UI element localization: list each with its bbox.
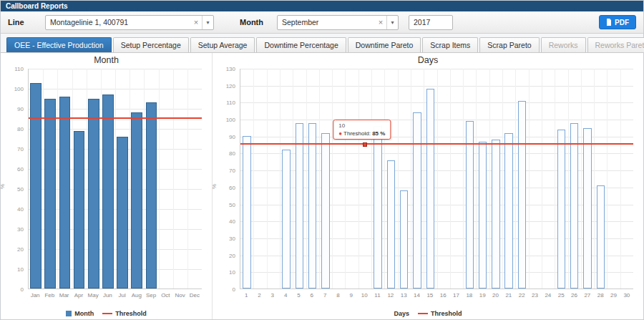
page-title: Callboard Reports — [6, 2, 68, 10]
gridline — [115, 69, 116, 289]
gridline — [411, 69, 411, 289]
gridline — [187, 69, 188, 289]
y-tick-label: 0 — [2, 286, 24, 293]
tab-setup-percentage[interactable]: Setup Percentage — [113, 37, 189, 52]
chevron-down-icon[interactable]: ▾ — [202, 16, 213, 29]
threshold-line-icon — [418, 313, 428, 314]
x-tick-label: Feb — [44, 292, 54, 299]
bar[interactable] — [131, 112, 142, 289]
tab-downtime-pareto[interactable]: Downtime Pareto — [348, 37, 421, 52]
y-tick-label: 20 — [214, 253, 235, 259]
bar[interactable] — [413, 112, 421, 289]
bar[interactable] — [321, 133, 329, 289]
gridline — [280, 69, 280, 289]
bar[interactable] — [146, 102, 157, 289]
bar[interactable] — [466, 121, 474, 289]
x-tick-label: 13 — [401, 292, 407, 299]
gridline — [502, 69, 503, 289]
gridline — [358, 69, 359, 289]
gridline — [306, 69, 307, 289]
tab-scrap-items[interactable]: Scrap Items — [422, 37, 478, 52]
x-tick-label: 26 — [571, 292, 577, 299]
gridline — [87, 69, 87, 289]
gridline — [620, 69, 621, 289]
tab-downtime-percentage[interactable]: Downtime Percentage — [256, 37, 346, 52]
gridline — [159, 69, 160, 289]
bar[interactable] — [117, 137, 128, 289]
gridline — [581, 69, 582, 289]
bar[interactable] — [282, 150, 290, 289]
bar[interactable] — [557, 130, 565, 289]
bar[interactable] — [59, 97, 71, 289]
clear-icon[interactable]: × — [190, 18, 202, 26]
legend-item-threshold: Threshold — [102, 310, 147, 317]
x-tick-label: Jan — [31, 292, 40, 299]
x-tick-label: 17 — [453, 292, 459, 299]
month-label: Month — [240, 18, 277, 26]
bar[interactable] — [44, 99, 56, 289]
tab-setup-average[interactable]: Setup Average — [190, 37, 255, 52]
y-tick-label: 110 — [2, 66, 24, 72]
tab-oee-effective-production[interactable]: OEE - Effective Production — [6, 37, 112, 52]
year-input[interactable] — [409, 15, 453, 30]
bar[interactable] — [400, 190, 408, 289]
line-select[interactable]: Montagelinie 1, 400791 × ▾ — [45, 15, 214, 30]
y-tick-label: 70 — [214, 168, 235, 174]
legend-label: Threshold — [431, 310, 462, 317]
gridline — [529, 69, 530, 289]
threshold-line — [29, 117, 202, 119]
x-tick-label: 27 — [584, 292, 590, 299]
gridline — [568, 69, 569, 289]
bar[interactable] — [387, 160, 395, 289]
gridline — [398, 69, 399, 289]
x-tick-label: 19 — [479, 292, 486, 299]
x-tick-label: 6 — [311, 292, 313, 299]
pdf-button[interactable]: PDF — [599, 15, 636, 29]
tab-scrap-pareto[interactable]: Scrap Pareto — [479, 37, 539, 52]
bar[interactable] — [308, 123, 316, 289]
gridline — [476, 69, 477, 289]
x-tick-label: 3 — [271, 292, 274, 299]
bar[interactable] — [479, 142, 487, 289]
bar[interactable] — [102, 94, 114, 289]
bar[interactable] — [296, 123, 303, 289]
gridline — [101, 69, 102, 289]
x-tick-label: 7 — [323, 292, 326, 299]
pdf-button-label: PDF — [615, 19, 629, 26]
x-tick-label: Mar — [59, 292, 69, 299]
days-chart: Days%10● Threshold: 85 %0102030405060708… — [213, 53, 643, 319]
x-tick-label: 1 — [245, 292, 248, 299]
gridline — [594, 69, 595, 289]
bar[interactable] — [518, 101, 526, 289]
chevron-down-icon[interactable]: ▾ — [386, 16, 398, 29]
bar[interactable] — [374, 126, 381, 289]
y-tick-label: 0 — [214, 286, 235, 293]
chart-legend: MonthThreshold — [1, 310, 212, 317]
tooltip: 10● Threshold: 85 % — [333, 120, 391, 140]
gridline — [463, 69, 464, 289]
x-tick-label: 18 — [466, 292, 472, 299]
clear-icon[interactable]: × — [375, 18, 386, 26]
bar[interactable] — [570, 123, 578, 289]
bar[interactable] — [597, 185, 605, 289]
gridline — [542, 69, 542, 289]
month-select[interactable]: September × ▾ — [277, 15, 399, 30]
gridline — [57, 69, 58, 289]
bar[interactable] — [583, 128, 591, 289]
gridline — [173, 69, 174, 289]
gridline — [43, 69, 44, 289]
x-tick-label: 4 — [284, 292, 287, 299]
bar[interactable] — [243, 136, 250, 289]
x-tick-label: 28 — [597, 292, 604, 299]
bar[interactable] — [426, 89, 434, 289]
x-tick-label: 11 — [374, 292, 380, 299]
bar[interactable] — [88, 99, 99, 289]
y-tick-label: 60 — [2, 166, 24, 173]
bar[interactable] — [74, 131, 85, 289]
gridline — [424, 69, 424, 289]
gridline — [555, 69, 555, 289]
bar[interactable] — [492, 140, 499, 289]
bar[interactable] — [504, 133, 512, 289]
y-tick-label: 100 — [2, 86, 24, 92]
bar[interactable] — [30, 83, 42, 289]
